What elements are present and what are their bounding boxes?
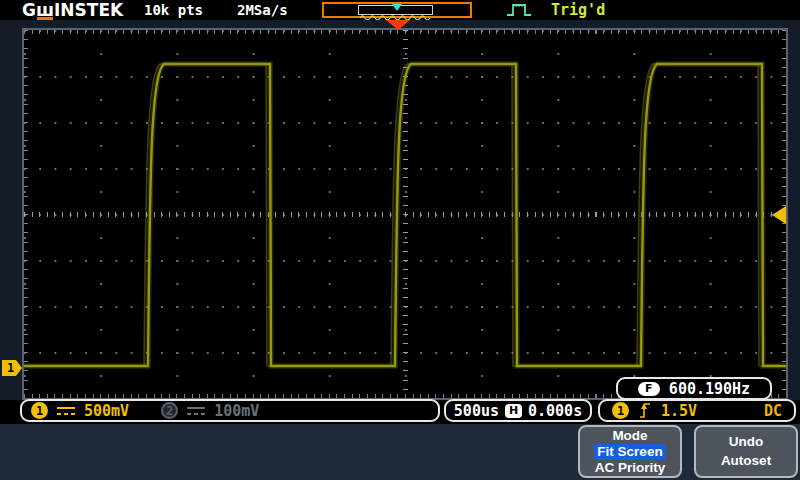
frequency-icon: F [638,382,660,396]
logo-g: G [22,0,36,20]
top-status-bar: GшINSTEK 10k pts 2MSa/s Trig'd [0,0,800,20]
rising-edge-icon [639,402,651,419]
channel1-dc-coupling-icon [57,407,75,415]
mode-title: Mode [612,428,647,444]
trigger-settings-box[interactable]: 1 1.5V DC [598,399,796,422]
mode-selected-option[interactable]: Fit Screen [594,444,665,460]
oscilloscope-screen: GшINSTEK 10k pts 2MSa/s Trig'd [0,0,800,480]
memory-position-indicator[interactable] [322,2,472,18]
channel-settings-box[interactable]: 1 500mV 2 100mV [20,399,440,422]
logo-rest: INSTEK [54,0,123,20]
undo-line1: Undo [729,434,764,450]
logo-w: ш [36,0,54,20]
trigger-level-marker[interactable] [772,206,786,224]
trigger-position-marker[interactable] [386,20,410,30]
grid-dots [24,30,786,398]
pulse-trigger-icon [506,2,532,18]
frequency-value: 600.190Hz [669,380,750,398]
trigger-coupling: DC [764,402,782,420]
channel1-waveform [24,30,786,398]
memory-trigger-marker-icon [392,4,402,11]
sample-rate-label: 2MSa/s [237,2,288,18]
trigger-source-badge: 1 [612,402,629,419]
horizontal-icon: H [505,404,522,418]
graticule [22,28,788,400]
trigger-level: 1.5V [661,402,697,420]
channel2-badge: 2 [161,402,178,419]
undo-autoset-button[interactable]: Undo Autoset [694,425,798,478]
undo-line2: Autoset [721,453,771,469]
timebase-position: 0.000s [528,402,582,420]
timebase-box[interactable]: 500us H 0.000s [444,399,592,422]
timebase-scale: 500us [454,402,499,420]
record-length-label: 10k pts [144,2,203,18]
channel2-dc-coupling-icon [187,407,205,415]
channel1-badge: 1 [31,402,48,419]
channel1-scale: 500mV [84,402,129,420]
channel2-scale: 100mV [214,402,259,420]
trigger-status: Trig'd [551,2,605,18]
brand-logo: GшINSTEK [22,0,123,20]
mode-button[interactable]: Mode Fit Screen AC Priority [578,425,682,478]
frequency-readout: F 600.190Hz [616,377,772,400]
mode-alt-option[interactable]: AC Priority [595,460,666,476]
